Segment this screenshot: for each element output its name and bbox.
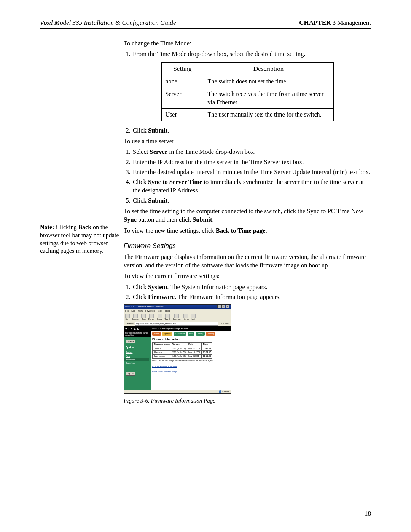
stop-button: Stop bbox=[141, 314, 146, 320]
sidebar-link-firmware: Firmware bbox=[124, 358, 149, 361]
table-row: Alternate2.01 (build 76)Mar 18 200210:34… bbox=[153, 350, 212, 354]
window-buttons: –□× bbox=[217, 305, 229, 308]
vixel-logo: V I X E L bbox=[124, 326, 151, 331]
mail-button: Mail bbox=[191, 314, 196, 320]
fw-note: Note: CURRENT image selected for executi… bbox=[152, 359, 229, 362]
table-row: UserThe user manually sets the time for … bbox=[161, 109, 333, 121]
window-titlebar: Vixel 335 - Microsoft Internet Explorer … bbox=[124, 305, 231, 309]
search-icon bbox=[165, 314, 170, 318]
refresh-icon bbox=[149, 314, 154, 318]
back-icon bbox=[125, 314, 130, 318]
forward-icon bbox=[133, 314, 138, 318]
tab-fcswitch: FC Switch bbox=[174, 332, 186, 335]
logout-button: Log Out bbox=[126, 372, 135, 376]
table-row: Boot Loader1.01 (build 55)Nov 9 200111:1… bbox=[153, 355, 212, 358]
timemode-step-2: Click Submit. bbox=[132, 126, 371, 135]
home-button: Home bbox=[157, 314, 162, 320]
links-label: Links » bbox=[223, 323, 229, 325]
nav-tabs: Home System FC Switch Port Policy Zoning bbox=[152, 332, 229, 335]
history-icon bbox=[183, 314, 188, 318]
server-step-1: Select Server in the Time Mode drop-down… bbox=[132, 148, 371, 156]
tab-policy: Policy bbox=[196, 332, 205, 335]
home-icon bbox=[158, 314, 162, 318]
table-row: noneThe switch does not set the time. bbox=[161, 75, 333, 88]
margin-note: Note: Clicking Back on the browser tool … bbox=[40, 224, 120, 255]
pc-sync-text: To set the time setting to the computer … bbox=[124, 207, 371, 224]
table-row: ServerThe switch receives the time from … bbox=[161, 88, 333, 109]
close-icon: × bbox=[226, 305, 229, 308]
page-number: 18 bbox=[365, 510, 371, 517]
maximize-icon: □ bbox=[221, 305, 225, 308]
search-button: Search bbox=[164, 314, 170, 320]
firmware-table: Firmware Image Version Date Time Current… bbox=[152, 342, 212, 359]
use-server-intro: To use a time server: bbox=[124, 137, 371, 145]
tab-system: System bbox=[162, 332, 172, 335]
tab-port: Port bbox=[188, 332, 194, 335]
address-label: Address bbox=[125, 322, 134, 325]
chapter-label: CHAPTER 3 bbox=[299, 19, 336, 26]
history-button: History bbox=[183, 314, 189, 320]
firmware-heading: Firmware Settings bbox=[124, 242, 371, 251]
favorites-icon bbox=[174, 314, 179, 318]
th-description: Description bbox=[204, 62, 333, 75]
favorites-button: Favorites bbox=[173, 314, 181, 320]
server-step-2: Enter the IP Address for the time server… bbox=[132, 158, 371, 166]
tab-home: Home bbox=[152, 332, 161, 335]
load-fw-link: Load New Firmware Image bbox=[152, 371, 229, 373]
refresh-sidebar-button: Refresh bbox=[126, 340, 135, 344]
window-title: Vixel 335 - Microsoft Internet Explorer bbox=[125, 305, 163, 308]
mail-icon bbox=[191, 314, 196, 318]
tab-zoning: Zoning bbox=[206, 332, 215, 335]
page-header: Vixel Model 335 Installation & Configura… bbox=[40, 19, 371, 29]
status-zone: Internet bbox=[219, 390, 229, 393]
server-step-3: Enter the desired update interval in min… bbox=[132, 168, 371, 176]
stop-icon bbox=[141, 314, 146, 318]
figure-caption: Figure 3-6. Firmware Information Page bbox=[124, 397, 371, 404]
forward-button: Forward bbox=[132, 314, 139, 320]
header-title: Vixel Model 335 Installation & Configura… bbox=[40, 19, 176, 27]
view-time-text: To view the new time settings, click Bac… bbox=[124, 227, 371, 235]
browser-menu: File Edit View Favorites Tools Help bbox=[124, 309, 231, 313]
th-setting: Setting bbox=[161, 62, 204, 75]
refresh-button: Refresh bbox=[148, 314, 155, 320]
settings-table: Setting Description noneThe switch does … bbox=[161, 62, 334, 121]
fw-step-1: Click System. The System Information pag… bbox=[132, 283, 371, 291]
timemode-step-1: From the Time Mode drop-down box, select… bbox=[132, 50, 371, 58]
change-fw-link: Change Firmware Settings bbox=[152, 365, 229, 368]
browser-toolbar: Back Forward Stop Refresh Home Search Fa… bbox=[124, 313, 231, 321]
header-chapter: CHAPTER 3 Management bbox=[299, 19, 371, 27]
go-button: Go bbox=[220, 323, 222, 325]
firmware-para: The Firmware page displays information o… bbox=[124, 253, 371, 270]
sidebar-link-time: Time bbox=[126, 355, 149, 358]
sidebar-link-system: System bbox=[126, 351, 149, 354]
back-button: Back bbox=[125, 314, 130, 320]
fw-step-2: Click Firmware. The Firmware Information… bbox=[132, 293, 371, 301]
note-prefix: Note: bbox=[40, 224, 54, 230]
intro-text: To change the Time Mode: bbox=[124, 39, 371, 48]
page-footer: 18 bbox=[40, 508, 371, 518]
firmware-screenshot: Vixel 335 - Microsoft Internet Explorer … bbox=[124, 304, 231, 394]
server-step-4: Click Sync to Server Time to immediately… bbox=[132, 178, 371, 195]
sidebar: V I X E L real world solutions for stora… bbox=[124, 326, 151, 390]
firmware-info-title: Firmware Information bbox=[152, 337, 229, 341]
sidebar-header: System bbox=[126, 346, 149, 350]
sidebar-link-eventlog: Event Log bbox=[126, 362, 149, 364]
firmware-view-intro: To view the current firmware settings: bbox=[124, 272, 371, 280]
address-bar: Address Go Links » bbox=[124, 321, 231, 326]
product-bar: Vixel 335 Managed Storage Switch bbox=[151, 326, 231, 331]
server-step-5: Click Submit. bbox=[132, 197, 371, 205]
status-bar: Internet bbox=[124, 390, 231, 393]
minimize-icon: – bbox=[217, 305, 221, 308]
address-input bbox=[135, 322, 218, 326]
tagline: real world solutions for storage network… bbox=[124, 332, 151, 337]
table-row: Current2.01 (build 79)Mar 22 200200:49:5… bbox=[153, 347, 212, 350]
section-name: Management bbox=[337, 19, 371, 26]
